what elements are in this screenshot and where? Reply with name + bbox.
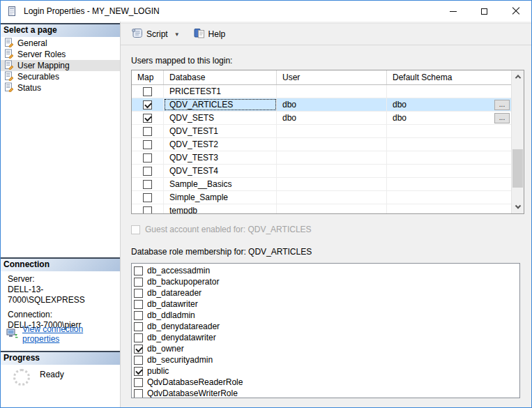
role-list-item[interactable]: public [134,365,519,377]
table-row[interactable]: QDV_TEST3 ... [132,151,511,165]
sidebar-item-user-mapping[interactable]: User Mapping [1,60,120,71]
role-list-item[interactable]: db_datareader [134,287,519,299]
sidebar-item-securables[interactable]: Securables [1,71,120,82]
role-checkbox[interactable] [134,300,143,309]
column-header[interactable]: Database [164,70,277,84]
view-connection-properties-link[interactable]: View connection properties [22,324,120,344]
map-checkbox[interactable] [143,153,152,163]
user-cell[interactable] [277,178,387,190]
column-header[interactable]: User [277,70,387,84]
sidebar-item-status[interactable]: Status [1,82,120,93]
table-scrollbar[interactable] [511,70,524,213]
role-list-item[interactable]: db_backupoperator [134,276,519,287]
guest-account-label: Guest account enabled for: QDV_ARTICLES [145,225,312,234]
map-checkbox[interactable] [143,206,152,214]
role-checkbox[interactable] [134,389,143,398]
table-row[interactable]: Sample__Basics ... [132,178,511,191]
scrollbar-thumb[interactable] [512,149,523,188]
default-schema-cell[interactable]: ... [387,151,511,164]
role-checkbox[interactable] [134,345,143,354]
user-cell[interactable] [277,204,387,213]
table-row[interactable]: QDV_ARTICLES dbo dbo ... [132,98,511,112]
map-checkbox[interactable] [143,140,152,149]
role-checkbox[interactable] [134,367,143,376]
map-checkbox[interactable] [143,180,152,189]
role-checkbox[interactable] [134,378,143,387]
scroll-down-button[interactable] [512,202,524,213]
map-checkbox[interactable] [143,87,152,96]
map-checkbox[interactable] [143,167,152,176]
table-row[interactable]: Simple_Sample ... [132,191,511,204]
map-checkbox[interactable] [143,127,152,136]
table-row[interactable]: QDV_TEST2 ... [132,138,511,151]
database-cell[interactable]: QDV_TEST3 [164,151,277,164]
page-icon [4,60,14,72]
role-list-item[interactable]: QdvDatabaseReaderRole [134,377,519,388]
database-cell[interactable]: QDV_TEST1 [164,125,277,137]
minimize-button[interactable] [437,1,469,22]
database-cell[interactable]: QDV_ARTICLES [164,98,277,111]
user-cell[interactable] [277,191,387,204]
role-list-item[interactable]: db_accessadmin [134,265,519,276]
database-cell[interactable]: QDV_TEST2 [164,138,277,151]
user-cell[interactable]: dbo [277,112,387,124]
database-cell[interactable]: Simple_Sample [164,191,277,204]
default-schema-cell[interactable]: ... [387,204,511,213]
script-button[interactable]: Script ▼ [128,26,183,43]
role-list-item[interactable]: db_ddladmin [134,310,519,321]
database-cell[interactable]: tempdb [164,204,277,213]
column-header[interactable]: Map [132,70,164,84]
database-cell[interactable]: Sample__Basics [164,178,277,190]
role-checkbox[interactable] [134,266,143,275]
user-cell[interactable] [277,85,387,98]
default-schema-cell[interactable]: ... [387,85,511,98]
role-list-item[interactable]: db_securityadmin [134,354,519,365]
column-header[interactable]: Default Schema [387,70,511,84]
browse-schema-button[interactable]: ... [494,100,510,110]
table-row[interactable]: PRICETEST1 ... [132,85,511,98]
table-body: PRICETEST1 ... QDV_ARTICLES dbo dbo ... … [132,85,511,213]
user-cell[interactable] [277,138,387,151]
database-cell[interactable]: QDV_TEST4 [164,165,277,177]
default-schema-cell[interactable]: dbo ... [387,112,511,124]
database-cell[interactable]: PRICETEST1 [164,85,277,98]
table-row[interactable]: QDV_TEST4 ... [132,165,511,178]
sidebar-item-general[interactable]: General [1,38,120,49]
default-schema-cell[interactable]: ... [387,191,511,204]
user-cell[interactable] [277,125,387,137]
scroll-up-button[interactable] [512,70,524,82]
role-list-item[interactable]: db_datawriter [134,299,519,310]
default-schema-cell[interactable]: ... [387,138,511,151]
map-checkbox[interactable] [143,114,152,123]
map-checkbox[interactable] [143,193,152,202]
default-schema-cell[interactable]: dbo ... [387,98,511,111]
help-button[interactable]: Help [190,26,229,43]
sidebar-item-server-roles[interactable]: Server Roles [1,49,120,60]
role-list-item[interactable]: db_denydatawriter [134,332,519,343]
role-list-item[interactable]: db_denydatareader [134,321,519,332]
script-dropdown-caret-icon[interactable]: ▼ [174,31,180,38]
table-row[interactable]: QDV_TEST1 ... [132,125,511,138]
table-row[interactable]: QDV_SETS dbo dbo ... [132,112,511,125]
role-checkbox[interactable] [134,278,143,287]
role-checkbox[interactable] [134,311,143,320]
role-label: db_accessadmin [147,266,210,275]
default-schema-cell[interactable]: ... [387,178,511,190]
user-cell[interactable]: dbo [277,98,387,111]
close-button[interactable] [500,1,531,22]
browse-schema-button[interactable]: ... [494,113,510,123]
user-cell[interactable] [277,151,387,164]
map-checkbox[interactable] [143,100,152,109]
role-checkbox[interactable] [134,356,143,365]
role-checkbox[interactable] [134,289,143,298]
role-checkbox[interactable] [134,333,143,342]
table-row[interactable]: tempdb ... [132,204,511,213]
database-cell[interactable]: QDV_SETS [164,112,277,124]
user-cell[interactable] [277,165,387,177]
role-list-item[interactable]: db_owner [134,343,519,354]
role-checkbox[interactable] [134,322,143,331]
default-schema-cell[interactable]: ... [387,125,511,137]
maximize-button[interactable] [469,1,500,22]
role-list-item[interactable]: QdvDatabaseWriterRole [134,388,519,398]
default-schema-cell[interactable]: ... [387,165,511,177]
